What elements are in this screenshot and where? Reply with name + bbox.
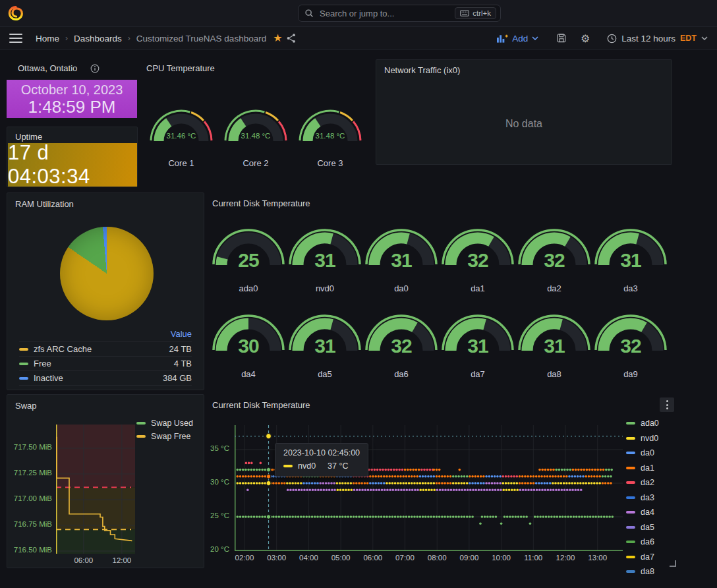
legend-item-da2[interactable]: da2 bbox=[626, 478, 659, 487]
panel-clock: Ottawa, Ontatio October 10, 2023 1:48:59… bbox=[7, 58, 137, 119]
legend-label: Swap Free bbox=[151, 432, 190, 441]
legend-item-da0[interactable]: da0 bbox=[626, 448, 659, 457]
breadcrumb-current: Customized TrueNAS dashboard bbox=[136, 34, 266, 44]
panel-title: RAM Utilization bbox=[15, 199, 74, 209]
legend-item-da5[interactable]: da5 bbox=[626, 523, 659, 532]
legend-item-da6[interactable]: da6 bbox=[626, 537, 659, 546]
legend-label: da5 bbox=[641, 523, 654, 532]
search-input[interactable] bbox=[318, 8, 455, 19]
gauge-nvd0: 31nvd0 bbox=[288, 225, 362, 303]
gauge-da1: 32da1 bbox=[441, 225, 515, 303]
legend-item-da4[interactable]: da4 bbox=[626, 508, 659, 517]
ram-legend-row[interactable]: Inactive384 GB bbox=[19, 370, 192, 386]
gauge-da0: 31da0 bbox=[364, 225, 438, 303]
legend-swatch bbox=[626, 526, 635, 529]
swap-chart[interactable] bbox=[56, 425, 135, 554]
legend-item-da8[interactable]: da8 bbox=[626, 567, 659, 576]
info-icon[interactable] bbox=[90, 64, 100, 73]
clock-icon bbox=[607, 34, 617, 44]
y-tick-label: 717.25 MiB bbox=[10, 469, 52, 477]
legend-value: 4 TB bbox=[174, 359, 192, 368]
legend-item-swap-free[interactable]: Swap Free bbox=[136, 432, 190, 441]
search-shortcut-label: ctrl+k bbox=[473, 9, 491, 17]
tooltip-timestamp: 2023-10-10 02:45:00 bbox=[283, 448, 360, 457]
gauge-da6: 32da6 bbox=[364, 311, 438, 389]
legend-swatch bbox=[626, 481, 635, 484]
legend-item-ada0[interactable]: ada0 bbox=[626, 419, 659, 428]
gauge-value: 31.48 °C bbox=[223, 132, 289, 140]
gauge-core-2: 31.48 °CCore 2 bbox=[223, 105, 289, 169]
time-range-picker[interactable]: Last 12 hours EDT bbox=[607, 34, 708, 44]
ram-legend-row[interactable]: Free4 TB bbox=[19, 356, 192, 370]
gauge-da5: 31da5 bbox=[288, 311, 362, 389]
top-bar: ctrl+k bbox=[0, 0, 717, 27]
gauge-value: 31.46 °C bbox=[148, 132, 214, 140]
toolbar-actions: Add ⚙ Last 12 hours EDT bbox=[497, 30, 708, 46]
grafana-dashboard: ctrl+k Home › Dashboards › Customized Tr… bbox=[0, 0, 717, 588]
favorite-star-icon[interactable]: ★ bbox=[273, 33, 282, 44]
legend-swatch bbox=[626, 496, 635, 499]
legend-label: nvd0 bbox=[641, 434, 658, 443]
clock-date: October 10, 2023 bbox=[21, 82, 123, 98]
y-tick-label: 717.50 MiB bbox=[10, 443, 52, 451]
gauge-core-3: 31.48 °CCore 3 bbox=[297, 105, 363, 169]
chevron-down-icon bbox=[701, 36, 708, 40]
legend-label: da3 bbox=[641, 493, 654, 502]
panel-title: CPU Temperature bbox=[146, 63, 215, 73]
legend-item-da1[interactable]: da1 bbox=[626, 463, 659, 473]
gauge-value: 31 bbox=[441, 335, 515, 357]
chevron-right-icon: › bbox=[128, 34, 130, 43]
panel-title: Swap bbox=[15, 401, 37, 411]
x-tick-label: 03:00 bbox=[263, 554, 291, 562]
gauge-value: 32 bbox=[594, 335, 668, 357]
x-tick-label: 02:00 bbox=[231, 554, 258, 562]
panel-title: Current Disk Temperature bbox=[212, 400, 310, 410]
legend-label: zfs ARC Cache bbox=[34, 344, 92, 354]
x-tick-label: 13:00 bbox=[584, 554, 612, 562]
panel-title: Uptime bbox=[15, 132, 42, 142]
add-button[interactable]: Add bbox=[497, 34, 538, 44]
chart-tooltip: 2023-10-10 02:45:00 nvd0 37 °C bbox=[275, 443, 368, 477]
breadcrumb-home[interactable]: Home bbox=[36, 34, 59, 44]
gauge-label: Core 2 bbox=[223, 158, 289, 168]
gauge-label: da3 bbox=[594, 283, 668, 293]
panel-disk-temperature-gauges: Current Disk Temperature 25ada031nvd031d… bbox=[211, 192, 679, 390]
legend-swatch bbox=[626, 437, 635, 440]
panel-title: Network Traffic (ix0) bbox=[384, 65, 460, 75]
ram-legend-row[interactable]: zfs ARC Cache24 TB bbox=[19, 341, 192, 356]
legend-swatch bbox=[626, 422, 635, 425]
panel-menu-kebab-icon[interactable] bbox=[660, 397, 674, 412]
legend-swatch bbox=[136, 435, 146, 438]
gauge-value: 31 bbox=[288, 249, 362, 272]
save-dashboard-icon[interactable] bbox=[553, 30, 570, 46]
legend-swatch bbox=[19, 348, 28, 351]
breadcrumb-dashboards[interactable]: Dashboards bbox=[74, 34, 122, 44]
gauge-label: da1 bbox=[441, 283, 515, 293]
legend-item-nvd0[interactable]: nvd0 bbox=[626, 434, 659, 443]
panel-uptime: Uptime 17 d 04:03:34 bbox=[7, 127, 138, 187]
gauge-value: 31.48 °C bbox=[297, 132, 363, 140]
tooltip-series-value: 37 °C bbox=[328, 461, 348, 471]
clock-time: 1:48:59 PM bbox=[28, 98, 116, 116]
legend-swatch bbox=[626, 570, 635, 573]
panel-title: Current Disk Temperature bbox=[212, 198, 310, 208]
legend-item-da7[interactable]: da7 bbox=[626, 552, 659, 562]
y-tick-label: 30 °C bbox=[207, 478, 229, 486]
search-box[interactable]: ctrl+k bbox=[298, 5, 501, 22]
legend-label: da7 bbox=[641, 552, 654, 562]
grafana-logo-icon[interactable] bbox=[8, 5, 24, 21]
gauge-value: 32 bbox=[364, 335, 438, 357]
legend-swatch bbox=[626, 511, 635, 514]
menu-toggle-icon[interactable] bbox=[9, 34, 22, 43]
panel-swap: Swap Swap UsedSwap Free 717.50 MiB717.25… bbox=[7, 394, 204, 568]
dashboard-settings-gear-icon[interactable]: ⚙ bbox=[577, 30, 594, 46]
legend-swatch bbox=[626, 467, 635, 469]
legend-item-swap-used[interactable]: Swap Used bbox=[136, 419, 193, 428]
y-tick-label: 717.00 MiB bbox=[10, 494, 52, 502]
legend-item-da3[interactable]: da3 bbox=[626, 493, 659, 502]
chevron-right-icon: › bbox=[65, 34, 68, 43]
share-icon[interactable] bbox=[283, 30, 300, 46]
tooltip-series-name: nvd0 bbox=[298, 461, 316, 471]
panel-resize-handle[interactable] bbox=[670, 560, 676, 567]
y-tick-label: 35 °C bbox=[207, 444, 229, 452]
